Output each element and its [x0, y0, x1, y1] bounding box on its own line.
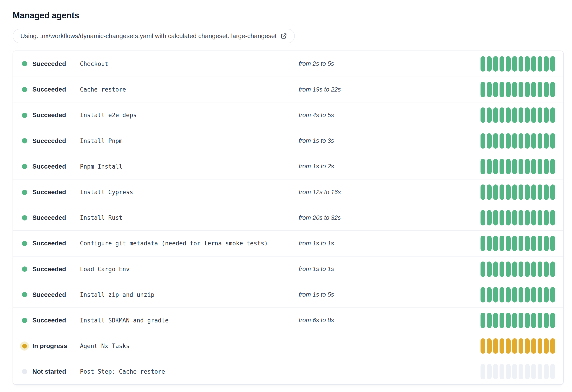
progress-segment [512, 107, 517, 123]
status-dot [20, 111, 29, 120]
progress-segment [550, 313, 555, 328]
progress-segment [550, 338, 555, 354]
agent-row[interactable]: Succeeded Install Rust from 20s to 32s [13, 205, 563, 230]
progress-segment [531, 56, 536, 72]
progress-segment [487, 287, 492, 303]
duration-range: from 1s to 5s [299, 291, 480, 298]
step-name: Cache restore [80, 86, 299, 93]
status-dot [20, 342, 29, 351]
progress-segment [493, 82, 498, 97]
progress-segment [512, 210, 517, 226]
progress-segment [493, 184, 498, 200]
progress-segment [506, 261, 511, 277]
progress-segment [544, 56, 549, 72]
agent-row[interactable]: Not started Post Step: Cache restore [13, 359, 563, 384]
progress-segment [500, 364, 504, 379]
agent-row[interactable]: Succeeded Install e2e deps from 4s to 5s [13, 102, 563, 128]
progress-segment [512, 184, 517, 200]
duration-range: from 2s to 5s [299, 60, 480, 67]
progress-segment [519, 287, 523, 303]
progress-segment [487, 338, 492, 354]
step-name: Pnpm Install [80, 163, 299, 170]
agent-row[interactable]: Succeeded Pnpm Install from 1s to 2s [13, 154, 563, 179]
progress-segment [544, 313, 549, 328]
progress-segment [500, 210, 504, 226]
duration-range: from 1s to 2s [299, 163, 480, 170]
progress-segment [487, 313, 492, 328]
agent-row[interactable]: Succeeded Install SDKMAN and gradle from… [13, 308, 563, 333]
step-name: Load Cargo Env [80, 266, 299, 273]
agent-row[interactable]: In progress Agent Nx Tasks [13, 333, 563, 359]
progress-segment [550, 236, 555, 251]
step-name: Install e2e deps [80, 112, 299, 118]
agent-row[interactable]: Succeeded Configure git metadata (needed… [13, 230, 563, 256]
status-label: Succeeded [32, 137, 80, 145]
progress-segment [544, 287, 549, 303]
status-dot [20, 316, 29, 325]
status-label: Succeeded [32, 86, 80, 93]
progress-segment [538, 133, 542, 149]
progress-segment [544, 338, 549, 354]
progress-bar [480, 364, 555, 379]
progress-bar [480, 338, 555, 354]
progress-bar [480, 107, 555, 123]
status-label: Succeeded [32, 163, 80, 170]
progress-segment [500, 313, 504, 328]
progress-segment [487, 133, 492, 149]
workflow-banner[interactable]: Using: .nx/workflows/dynamic-changesets.… [13, 29, 295, 43]
progress-segment [506, 236, 511, 251]
progress-segment [512, 261, 517, 277]
progress-segment [480, 56, 485, 72]
progress-segment [538, 82, 542, 97]
status-dot [20, 162, 29, 171]
step-name: Install Cypress [80, 189, 299, 196]
duration-range: from 1s to 3s [299, 137, 480, 144]
progress-segment [512, 159, 517, 174]
progress-segment [525, 364, 530, 379]
status-dot [20, 213, 29, 222]
progress-segment [506, 313, 511, 328]
status-label: Succeeded [32, 317, 80, 324]
progress-segment [538, 159, 542, 174]
progress-segment [531, 313, 536, 328]
progress-segment [544, 107, 549, 123]
progress-segment [525, 210, 530, 226]
agent-row[interactable]: Succeeded Install Pnpm from 1s to 3s [13, 128, 563, 154]
progress-segment [538, 184, 542, 200]
progress-segment [525, 261, 530, 277]
progress-segment [550, 133, 555, 149]
progress-segment [550, 107, 555, 123]
progress-bar [480, 159, 555, 174]
progress-segment [519, 313, 523, 328]
progress-segment [519, 56, 523, 72]
progress-segment [525, 236, 530, 251]
status-label: Succeeded [32, 240, 80, 247]
agent-row[interactable]: Succeeded Install zip and unzip from 1s … [13, 282, 563, 308]
progress-segment [493, 313, 498, 328]
progress-segment [512, 338, 517, 354]
progress-segment [519, 261, 523, 277]
agent-row[interactable]: Succeeded Load Cargo Env from 1s to 1s [13, 256, 563, 282]
progress-segment [531, 82, 536, 97]
progress-segment [544, 261, 549, 277]
progress-segment [525, 159, 530, 174]
status-label: Succeeded [32, 112, 80, 119]
agent-row[interactable]: Succeeded Cache restore from 19s to 22s [13, 77, 563, 102]
progress-segment [519, 82, 523, 97]
agent-row[interactable]: Succeeded Checkout from 2s to 5s [13, 51, 563, 77]
progress-segment [519, 184, 523, 200]
managed-agents-card: Succeeded Checkout from 2s to 5s Succeed… [13, 50, 564, 385]
agent-row[interactable]: Succeeded Install Cypress from 12s to 16… [13, 179, 563, 205]
progress-segment [538, 210, 542, 226]
status-label: In progress [32, 342, 80, 350]
progress-segment [487, 184, 492, 200]
progress-segment [538, 236, 542, 251]
step-name: Install Pnpm [80, 138, 299, 144]
progress-bar [480, 133, 555, 149]
step-name: Agent Nx Tasks [80, 343, 299, 349]
progress-segment [550, 82, 555, 97]
duration-range: from 1s to 1s [299, 240, 480, 247]
progress-segment [512, 313, 517, 328]
progress-segment [538, 338, 542, 354]
progress-segment [500, 338, 504, 354]
